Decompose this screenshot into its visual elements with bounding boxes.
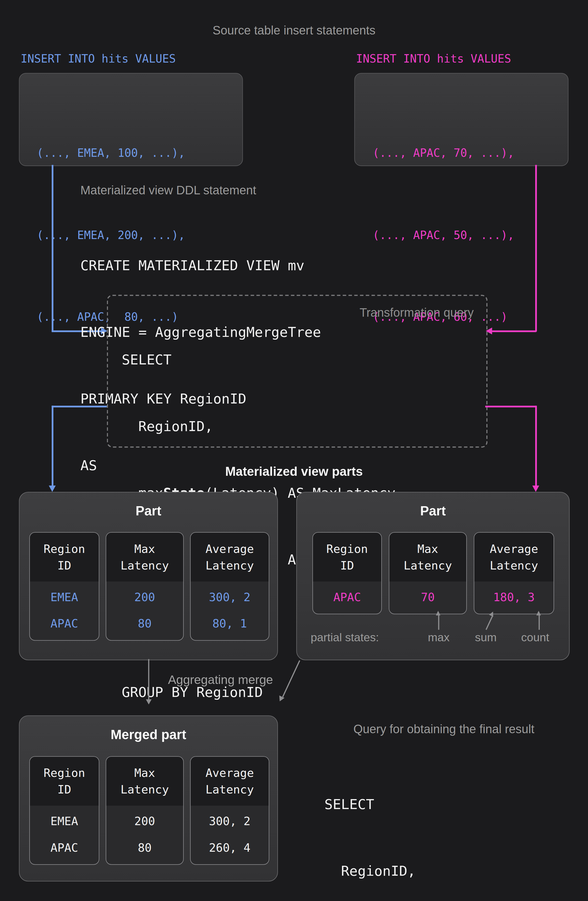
section-title-source-inserts: Source table insert statements xyxy=(0,23,588,37)
diagram-canvas: Source table insert statements INSERT IN… xyxy=(0,0,588,901)
table-cell: 200 xyxy=(106,584,183,610)
pink-connector-line xyxy=(535,165,537,332)
table-cell: APAC xyxy=(313,584,381,610)
part-title: Part xyxy=(20,504,277,519)
table-cell: 180, 3 xyxy=(474,584,554,610)
pink-connector-line xyxy=(492,330,536,332)
insert-row: (..., APAC, 70, ...), xyxy=(373,140,568,167)
column-header: Region ID xyxy=(30,757,99,806)
table-cell: 70 xyxy=(389,584,467,610)
table-cell: APAC xyxy=(30,834,99,861)
column-header: Average Latency xyxy=(191,533,269,581)
table-cell: 200 xyxy=(106,808,183,835)
code-line: SELECT xyxy=(122,349,395,371)
pink-connector-line xyxy=(485,406,536,407)
blue-connector-line xyxy=(52,406,107,407)
section-title-mv-parts: Materialized view parts xyxy=(0,464,588,479)
part-box-right: Part Region ID APAC Max Latency 70 Avera… xyxy=(296,492,569,660)
arrow-up-icon xyxy=(537,611,541,616)
column-average-latency: Average Latency 300, 2 260, 4 xyxy=(190,756,269,865)
annotation-sum: sum xyxy=(475,631,497,644)
code-line: CREATE MATERIALIZED VIEW mv xyxy=(80,255,321,277)
table-cell: 300, 2 xyxy=(191,584,269,610)
gray-pointer-line xyxy=(539,615,540,630)
part-box-left: Part Region ID EMEA APAC Max Latency 200… xyxy=(19,492,278,660)
column-header: Max Latency xyxy=(106,533,183,581)
annotation-count: count xyxy=(521,631,549,644)
arrow-down-icon xyxy=(146,699,152,705)
table-cell: 80 xyxy=(106,834,183,861)
table-cell: 300, 2 xyxy=(191,808,269,835)
annotation-max: max xyxy=(428,631,450,644)
insert-statement-right-header: INSERT INTO hits VALUES xyxy=(356,52,511,65)
table-cell: 80, 1 xyxy=(191,610,269,637)
column-max-latency: Max Latency 70 xyxy=(389,532,467,614)
table-cell: 260, 4 xyxy=(191,834,269,861)
blue-connector-line xyxy=(52,165,53,332)
final-query-code: SELECT RegionID, maxMerge(MaxLatency), a… xyxy=(324,749,515,901)
insert-values-right-box: (..., APAC, 70, ...), (..., APAC, 50, ..… xyxy=(354,73,568,166)
insert-row: (..., APAC, 50, ...), xyxy=(373,221,568,249)
column-header: Average Latency xyxy=(191,757,269,806)
partial-states-label: partial states: xyxy=(311,631,379,644)
arrow-down-icon xyxy=(532,485,539,492)
column-region-id: Region ID EMEA APAC xyxy=(30,756,100,865)
transformation-query-box: Transformation query SELECT RegionID, ma… xyxy=(107,295,488,448)
table-cell: EMEA xyxy=(30,584,99,610)
insert-row: (..., EMEA, 100, ...), xyxy=(37,140,243,167)
part-title: Part xyxy=(297,504,569,519)
table-cell: 80 xyxy=(106,610,183,637)
gray-pointer-line xyxy=(438,615,439,630)
column-region-id: Region ID APAC xyxy=(313,532,382,614)
insert-values-left-box: (..., EMEA, 100, ...), (..., EMEA, 200, … xyxy=(19,73,243,166)
column-max-latency: Max Latency 200 80 xyxy=(106,756,184,865)
column-average-latency: Average Latency 180, 3 xyxy=(474,532,554,614)
column-region-id: Region ID EMEA APAC xyxy=(30,532,100,641)
aggregating-merge-label: Aggregating merge xyxy=(151,673,290,687)
column-header: Region ID xyxy=(313,533,381,581)
column-header: Average Latency xyxy=(474,533,554,581)
column-header: Region ID xyxy=(30,533,99,581)
table-cell: EMEA xyxy=(30,808,99,835)
code-line: SELECT xyxy=(324,794,515,816)
arrow-up-icon xyxy=(436,611,440,616)
gray-merge-line xyxy=(148,659,149,700)
column-average-latency: Average Latency 300, 2 80, 1 xyxy=(190,532,269,641)
arrow-down-icon xyxy=(48,485,55,492)
column-header: Max Latency xyxy=(106,757,183,806)
insert-statement-left-header: INSERT INTO hits VALUES xyxy=(21,52,176,65)
column-header: Max Latency xyxy=(389,533,467,581)
merged-part-title: Merged part xyxy=(20,727,277,742)
ddl-label: Materialized view DDL statement xyxy=(80,183,256,197)
final-query-label: Query for obtaining the final result xyxy=(319,722,569,736)
code-line: RegionID, xyxy=(122,416,395,438)
table-cell: APAC xyxy=(30,610,99,637)
merged-part-box: Merged part Region ID EMEA APAC Max Late… xyxy=(19,716,278,881)
code-line: RegionID, xyxy=(324,860,515,882)
column-max-latency: Max Latency 200 80 xyxy=(106,532,184,641)
